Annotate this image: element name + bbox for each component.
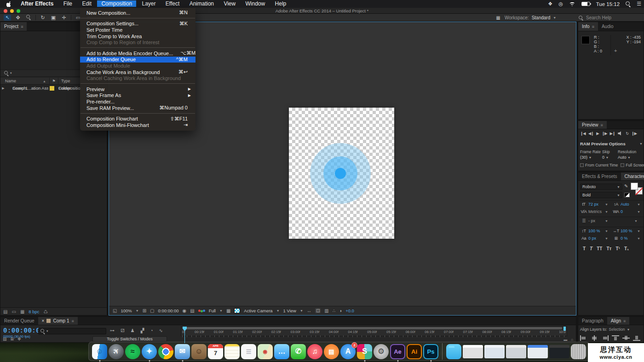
grid-options-icon[interactable]: ▦: [226, 308, 230, 313]
snapshot-icon[interactable]: ◉: [182, 308, 186, 313]
maps[interactable]: ◉: [258, 344, 273, 359]
camera-tool[interactable]: ▣: [50, 15, 57, 21]
menu-item[interactable]: Save Frame As ▶: [80, 92, 196, 99]
tab-render-queue[interactable]: Render Queue: [0, 317, 38, 325]
reminders[interactable]: ☰: [241, 344, 256, 359]
search-help-input[interactable]: Search Help: [586, 15, 611, 20]
tab-paragraph[interactable]: Paragraph: [578, 317, 607, 325]
magnification-value[interactable]: 100%: [121, 308, 132, 313]
orbit-camera-tool[interactable]: ↻: [39, 15, 46, 21]
tab-effects-presets[interactable]: Effects & Presets: [578, 172, 621, 180]
minimized-window-2[interactable]: [484, 345, 505, 358]
align-v-top[interactable]: [612, 335, 619, 341]
minimized-window-3[interactable]: [506, 345, 526, 358]
menubar-item[interactable]: Layer: [138, 0, 160, 7]
vertical-scale-control[interactable]: ↕T100 %▼: [579, 229, 611, 233]
menubar-item[interactable]: View: [219, 0, 240, 7]
menu-item[interactable]: [80, 113, 195, 114]
menu-item[interactable]: Cache Work Area in Background ⌘↩: [80, 69, 196, 75]
kerning-control[interactable]: V/AMetrics▼: [579, 209, 611, 214]
show-snapshot-icon[interactable]: ▤: [190, 308, 194, 313]
illustrator[interactable]: Ai: [407, 344, 422, 359]
mail[interactable]: ✉: [175, 344, 190, 359]
project-bit-depth[interactable]: 8 bpc: [29, 309, 39, 314]
preview-prev-frame[interactable]: ◀❙: [588, 131, 594, 136]
delete-icon[interactable]: ♺: [44, 309, 48, 314]
interpret-footage-icon[interactable]: ▤: [3, 309, 7, 314]
selection-tool[interactable]: ↖: [4, 15, 11, 21]
transparency-grid-toggle[interactable]: [234, 308, 240, 313]
zoom-slider[interactable]: ⌂: [571, 338, 573, 342]
preview-ram[interactable]: ❙▶: [631, 131, 637, 136]
menubar-item[interactable]: Composition: [97, 0, 136, 7]
expand-transfer-controls-icon[interactable]: ⊞: [11, 337, 14, 341]
frame-rate-select[interactable]: (30) ▼: [580, 155, 602, 160]
menu-item[interactable]: Add to Adobe Media Encoder Queue... ⌥⌘M: [80, 50, 196, 57]
timeline-button[interactable]: ▥: [324, 308, 328, 313]
full-screen-checkbox[interactable]: Full Screen: [621, 163, 644, 167]
menu-item[interactable]: Composition Mini-Flowchart ⇥: [80, 122, 196, 128]
safari[interactable]: ✦: [142, 344, 157, 359]
resolution-select[interactable]: Full: [209, 308, 216, 313]
column-type[interactable]: Type: [58, 79, 70, 83]
black-white-swatch-icon[interactable]: [624, 193, 630, 197]
battery-icon[interactable]: [581, 2, 590, 6]
type-style-button[interactable]: T: [590, 246, 592, 251]
stroke-type-select[interactable]: ▼: [611, 219, 644, 223]
minimized-window-1[interactable]: [463, 345, 483, 358]
facetime[interactable]: ✆: [291, 344, 306, 359]
align-h-right[interactable]: [601, 335, 609, 341]
column-name[interactable]: Name: [0, 79, 43, 83]
spotify[interactable]: ≈: [125, 344, 140, 359]
fill-stroke-swatches[interactable]: [631, 183, 643, 195]
preview-audio[interactable]: [618, 131, 623, 136]
timeline-ruler[interactable]: 0f 00:15f 01:00f 01:15f 02:00f 02:15f 03…: [181, 326, 567, 336]
panel-menu-icon[interactable]: ≡: [21, 23, 23, 31]
workspace-select[interactable]: Standard: [532, 15, 551, 20]
graph-editor-icon[interactable]: ∿: [159, 328, 162, 333]
label-swatch[interactable]: [50, 86, 54, 91]
view-layout-select[interactable]: 1 View: [283, 308, 296, 313]
type-style-button[interactable]: Tᴛ: [606, 246, 611, 251]
trash[interactable]: [571, 344, 586, 359]
dropbox-icon[interactable]: ❖: [548, 1, 552, 7]
menu-item[interactable]: Composition Settings... ⌘K: [80, 21, 196, 27]
downloads-folder[interactable]: [446, 344, 461, 359]
menu-item[interactable]: Set Poster Time: [80, 27, 196, 33]
type-style-button[interactable]: T: [583, 246, 586, 251]
menu-item[interactable]: Composition Flowchart ⇧⌘F11: [80, 115, 196, 122]
tab-preview[interactable]: Preview ≡: [578, 121, 607, 129]
menubar-clock[interactable]: Tue 15:12: [596, 1, 620, 7]
align-h-center[interactable]: [591, 335, 598, 341]
expand-layer-switches-icon[interactable]: ▤: [3, 337, 7, 341]
menu-item[interactable]: Preview ▶: [80, 86, 196, 92]
notification-center-icon[interactable]: ☰: [637, 1, 641, 7]
menubar-item[interactable]: Animation: [185, 0, 218, 7]
region-of-interest-icon[interactable]: ▢: [150, 308, 154, 313]
expand-in-out-icon[interactable]: ✥: [17, 337, 21, 341]
align-v-center[interactable]: [622, 335, 630, 341]
skip-select[interactable]: 0 ▼: [602, 155, 618, 160]
toggle-switches-modes-button[interactable]: Toggle Switches / Modes: [92, 336, 167, 342]
pixel-aspect-toggle[interactable]: ↔: [307, 308, 311, 313]
system-preferences[interactable]: ⚙: [374, 344, 389, 359]
exposure-icon[interactable]: ◑: [339, 308, 342, 313]
type-style-button[interactable]: TT: [597, 246, 602, 251]
menu-item[interactable]: [80, 18, 195, 18]
eyedropper-icon[interactable]: ✎: [624, 184, 628, 189]
slack[interactable]: S: [357, 344, 372, 359]
fast-previews-button[interactable]: ⊡: [315, 308, 321, 313]
menubar-item[interactable]: Effect: [161, 0, 184, 7]
menu-item[interactable]: Cancel Caching Work Area in Background: [80, 75, 196, 81]
menubar-item[interactable]: File: [59, 0, 76, 7]
menubar-item[interactable]: Edit: [78, 0, 96, 7]
font-style-select[interactable]: Bold▼: [580, 192, 622, 198]
panel-menu-icon[interactable]: ≡: [592, 23, 594, 31]
zoom-out-icon[interactable]: ▬: [564, 338, 567, 342]
preview-last-frame[interactable]: ▶❙: [610, 131, 615, 136]
pan-behind-tool[interactable]: ✛: [60, 15, 68, 21]
close-tab-icon[interactable]: ×: [42, 317, 45, 325]
preview-next-frame[interactable]: ❙▶: [602, 131, 607, 136]
tab-character[interactable]: Character ≡: [621, 172, 644, 180]
timeline-search-input[interactable]: ▾: [38, 328, 106, 334]
